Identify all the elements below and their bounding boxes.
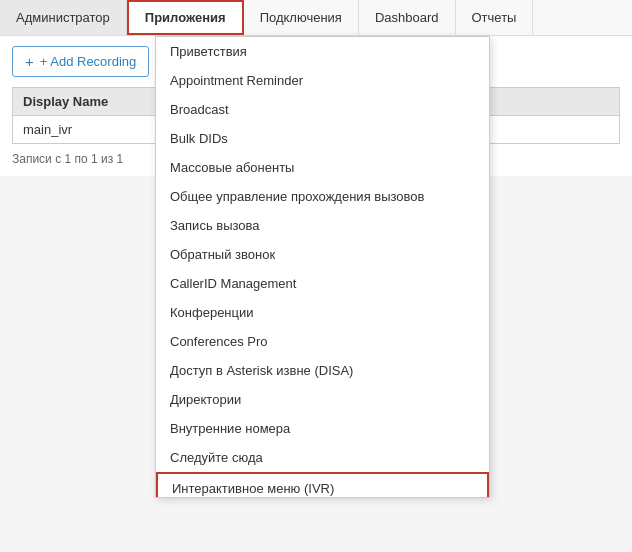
- menu-item-8[interactable]: CallerID Management: [156, 269, 489, 298]
- nav-connections[interactable]: Подключения: [244, 0, 359, 35]
- menu-item-2[interactable]: Broadcast: [156, 95, 489, 124]
- menu-item-14[interactable]: Следуйте сюда: [156, 443, 489, 472]
- menu-item-1[interactable]: Appointment Reminder: [156, 66, 489, 95]
- nav-dashboard[interactable]: Dashboard: [359, 0, 456, 35]
- menu-item-11[interactable]: Доступ в Asterisk извне (DISA): [156, 356, 489, 385]
- add-recording-button[interactable]: + + Add Recording: [12, 46, 149, 77]
- dropdown-scroll-area[interactable]: ПриветствияAppointment ReminderBroadcast…: [156, 37, 489, 497]
- add-recording-label: + Add Recording: [40, 54, 136, 69]
- menu-item-5[interactable]: Общее управление прохождения вызовов: [156, 182, 489, 211]
- menu-item-0[interactable]: Приветствия: [156, 37, 489, 66]
- menu-item-9[interactable]: Конференции: [156, 298, 489, 327]
- menu-item-3[interactable]: Bulk DIDs: [156, 124, 489, 153]
- menu-item-15[interactable]: Интерактивное меню (IVR): [156, 472, 489, 497]
- nav-admin[interactable]: Администратор: [0, 0, 127, 35]
- menu-item-12[interactable]: Директории: [156, 385, 489, 414]
- nav-apps[interactable]: Приложения: [127, 0, 244, 35]
- menu-item-4[interactable]: Массовые абоненты: [156, 153, 489, 182]
- nav-reports[interactable]: Отчеты: [456, 0, 534, 35]
- menu-item-10[interactable]: Conferences Pro: [156, 327, 489, 356]
- plus-icon: +: [25, 53, 34, 70]
- top-navigation: Администратор Приложения Подключения Das…: [0, 0, 632, 36]
- menu-item-6[interactable]: Запись вызова: [156, 211, 489, 240]
- menu-item-7[interactable]: Обратный звонок: [156, 240, 489, 269]
- apps-dropdown-menu[interactable]: ПриветствияAppointment ReminderBroadcast…: [155, 36, 490, 498]
- menu-item-13[interactable]: Внутренние номера: [156, 414, 489, 443]
